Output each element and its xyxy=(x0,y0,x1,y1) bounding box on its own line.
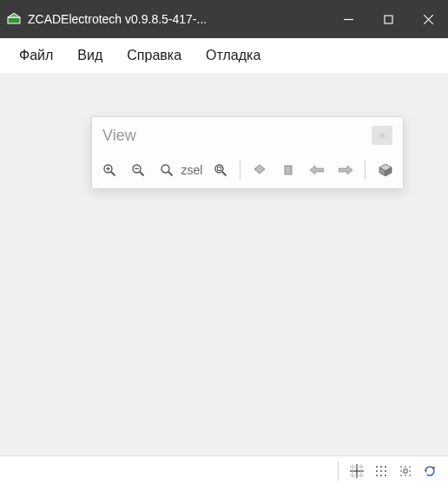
zoom-out-icon xyxy=(131,163,145,177)
view-front-icon xyxy=(282,164,294,176)
svg-point-47 xyxy=(409,475,411,476)
zoom-out-button[interactable] xyxy=(126,159,151,181)
zoom-selection-button[interactable] xyxy=(208,159,233,181)
zoom-selection-icon xyxy=(214,163,227,177)
svg-point-50 xyxy=(432,466,435,469)
view-front-button[interactable] xyxy=(276,159,301,181)
statusbar-separator xyxy=(338,462,339,481)
svg-point-32 xyxy=(380,466,382,468)
svg-rect-17 xyxy=(217,167,221,171)
svg-point-31 xyxy=(376,466,378,468)
svg-point-37 xyxy=(376,475,378,476)
minimize-button[interactable] xyxy=(328,0,368,38)
svg-marker-20 xyxy=(310,166,324,174)
maximize-button[interactable] xyxy=(368,0,408,38)
cube-icon xyxy=(379,163,392,177)
view-top-button[interactable] xyxy=(247,159,273,181)
svg-rect-19 xyxy=(285,166,292,174)
view-right-button[interactable] xyxy=(333,159,358,181)
svg-rect-3 xyxy=(385,16,392,23)
toolbar-separator xyxy=(240,161,240,180)
svg-point-46 xyxy=(405,475,406,476)
svg-point-39 xyxy=(385,475,386,476)
svg-marker-49 xyxy=(425,470,427,473)
refresh-icon xyxy=(423,464,437,478)
menu-help[interactable]: Справка xyxy=(116,43,192,69)
view-isometric-button[interactable] xyxy=(372,159,398,181)
view-left-icon xyxy=(310,165,324,175)
titlebar: ZCADElectrotech v0.9.8.5-417-... xyxy=(0,0,448,38)
zoom-in-icon xyxy=(102,163,116,177)
close-button[interactable] xyxy=(408,0,448,38)
svg-line-14 xyxy=(168,172,173,176)
zoom-extents-button[interactable] xyxy=(155,159,180,181)
svg-point-42 xyxy=(409,466,411,468)
window-title: ZCADElectrotech v0.9.8.5-417-... xyxy=(28,12,207,26)
snap-grid-toggle[interactable] xyxy=(346,460,368,482)
svg-point-15 xyxy=(215,165,223,173)
svg-point-34 xyxy=(376,470,378,472)
svg-point-44 xyxy=(409,470,411,472)
svg-point-38 xyxy=(380,475,382,476)
svg-line-11 xyxy=(140,172,144,176)
view-panel-header[interactable]: View × xyxy=(92,117,403,154)
zoom-in-button[interactable] xyxy=(97,159,122,181)
svg-marker-21 xyxy=(339,166,352,174)
snap-entity-toggle[interactable] xyxy=(370,460,392,482)
dots-icon xyxy=(374,464,388,478)
svg-point-13 xyxy=(161,165,169,173)
view-top-icon xyxy=(254,164,266,176)
svg-rect-48 xyxy=(404,469,407,473)
svg-point-43 xyxy=(400,470,402,472)
svg-point-35 xyxy=(380,470,382,472)
svg-point-41 xyxy=(405,466,406,468)
view-panel-title: View xyxy=(102,127,372,145)
svg-point-40 xyxy=(400,466,402,468)
menubar: Файл Вид Справка Отладка xyxy=(0,38,448,73)
svg-marker-18 xyxy=(254,165,265,174)
snap-icon xyxy=(399,464,412,478)
view-right-icon xyxy=(339,165,352,175)
zoom-selection-label: zsel xyxy=(181,163,204,177)
toolbar-separator xyxy=(365,161,366,180)
view-toolbar: zsel xyxy=(92,154,403,188)
menu-file[interactable]: Файл xyxy=(9,43,63,69)
redraw-button[interactable] xyxy=(418,460,441,482)
app-icon xyxy=(7,12,21,26)
svg-point-33 xyxy=(385,466,386,468)
menu-view[interactable]: Вид xyxy=(67,43,113,69)
svg-point-45 xyxy=(400,475,402,476)
workspace-canvas[interactable]: View × zsel xyxy=(0,73,448,456)
svg-line-16 xyxy=(222,172,227,176)
polar-tracking-toggle[interactable] xyxy=(394,460,417,482)
svg-point-36 xyxy=(385,470,386,472)
menu-debug[interactable]: Отладка xyxy=(195,43,271,69)
svg-marker-1 xyxy=(8,13,20,17)
view-panel[interactable]: View × zsel xyxy=(91,116,404,189)
grid-icon xyxy=(350,464,364,478)
svg-line-7 xyxy=(111,172,115,176)
view-panel-close-button[interactable]: × xyxy=(372,126,392,145)
statusbar xyxy=(0,456,448,485)
view-left-button[interactable] xyxy=(305,159,330,181)
zoom-extents-icon xyxy=(160,163,174,177)
svg-rect-0 xyxy=(8,17,20,23)
